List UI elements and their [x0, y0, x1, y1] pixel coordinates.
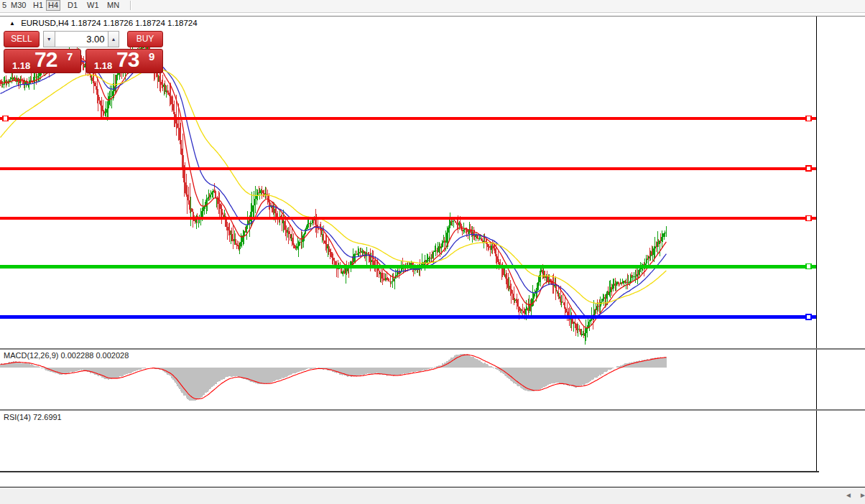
price-axis-border [816, 17, 817, 471]
timeframe-button-h1[interactable]: H1 [32, 1, 45, 10]
sell-price-big: 72 [34, 47, 57, 72]
volume-input[interactable] [55, 31, 108, 47]
timeframe-button-w1[interactable]: W1 [85, 1, 101, 10]
buy-button[interactable]: BUY [127, 31, 163, 47]
timeframe-button-d1[interactable]: D1 [66, 1, 79, 10]
buy-price-pip: 9 [149, 50, 154, 62]
macd-label: MACD(12,26,9) 0.002288 0.002028 [4, 351, 129, 360]
sell-price-panel[interactable]: 1.18 72 7 [4, 49, 81, 73]
rsi-value: 72.6991 [33, 413, 62, 421]
macd-name: MACD(12,26,9) [4, 351, 58, 360]
volume-decrease-button[interactable]: ▼ [43, 31, 55, 47]
timeframe-button-mn[interactable]: MN [106, 1, 121, 10]
horizontal-levels-layer [0, 116, 816, 319]
buy-price-panel[interactable]: 1.18 73 9 [85, 49, 163, 73]
buy-price-prefix: 1.18 [94, 60, 112, 71]
timeframe-button-m30[interactable]: M30 [9, 1, 27, 10]
volume-increase-button[interactable]: ▲ [108, 31, 120, 47]
sell-button[interactable]: SELL [4, 31, 40, 47]
sell-price-prefix: 1.18 [12, 60, 30, 71]
toolbar-separator [130, 1, 131, 10]
chart-tab-bar [0, 487, 865, 504]
ma-mid-line [1, 58, 667, 318]
rsi-label: RSI(14) 72.6991 [4, 413, 62, 421]
rsi-name: RSI(14) [4, 413, 31, 421]
timeframe-button-h4[interactable]: H4 [46, 0, 60, 11]
chart-symbol-period: EURUSD,H4 [21, 19, 68, 27]
macd-values: 0.002288 0.002028 [60, 351, 129, 360]
rsi-indicator-canvas[interactable] [0, 411, 816, 471]
chart-ohlc-header: ▲ EURUSD,H4 1.18724 1.18726 1.18724 1.18… [9, 19, 198, 27]
buy-price-big: 73 [116, 47, 139, 72]
mt4-terminal: 5M30H1H4D1W1MN ▲ EURUSD,H4 1.18724 1.187… [0, 0, 865, 504]
tab-scroll-right-icon[interactable]: ► [859, 491, 865, 499]
sell-price-pip: 7 [67, 50, 73, 62]
chart-ohlc-values: 1.18724 1.18726 1.18724 1.18724 [71, 19, 198, 27]
timeframe-button-5[interactable]: 5 [1, 1, 8, 10]
one-click-trading-widget: SELL ▼ ▲ BUY 1.18 72 7 1.18 73 9 [4, 31, 163, 73]
one-click-collapse-icon[interactable]: ▲ [9, 20, 15, 27]
macd-histogram [1, 354, 667, 401]
ma-fast-line [1, 50, 667, 328]
timeframe-toolbar: 5M30H1H4D1W1MN [0, 0, 865, 13]
spin-up-icon: ▲ [111, 37, 116, 42]
tab-scroll-left-icon[interactable]: ◄ [845, 491, 852, 499]
chart-bottom-border [0, 471, 819, 472]
spin-down-icon: ▼ [47, 37, 52, 42]
